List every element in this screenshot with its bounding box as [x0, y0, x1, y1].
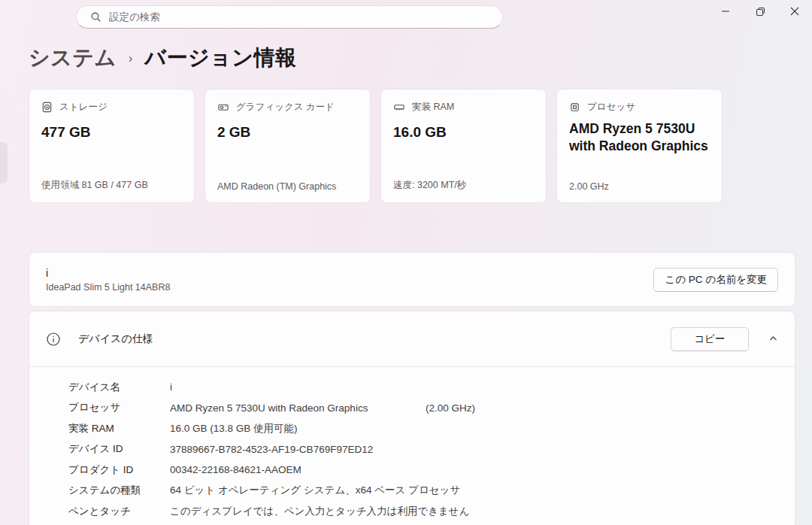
device-name-panel: i IdeaPad Slim 5 Light 14ABR8 この PC の名前を… [29, 252, 795, 307]
storage-icon [41, 102, 53, 113]
spec-label: デバイス ID [68, 442, 170, 456]
spec-value: 64 ビット オペレーティング システム、x64 ベース プロセッサ [170, 484, 460, 497]
device-model: IdeaPad Slim 5 Light 14ABR8 [46, 281, 653, 294]
card-value: 2 GB [217, 123, 358, 142]
device-specs-card: デバイスの仕様 コピー デバイス名 i プロセッサ AMD Ryzen 5 75… [29, 311, 795, 525]
card-footer: 使用領域 81 GB / 477 GB [41, 179, 148, 192]
spec-row-pen-touch: ペンとタッチ このディスプレイでは、ペン入力とタッチ入力は利用できません [29, 501, 795, 522]
spec-label: プロダクト ID [68, 463, 170, 477]
device-specs-header[interactable]: デバイスの仕様 コピー [29, 311, 795, 367]
cpu-icon [569, 102, 580, 113]
spec-value: 00342-22168-84621-AAOEM [170, 464, 301, 475]
spec-row-ram: 実装 RAM 16.0 GB (13.8 GB 使用可能) [29, 418, 795, 439]
spec-value: 16.0 GB (13.8 GB 使用可能) [170, 422, 298, 435]
spec-row-product-id: プロダクト ID 00342-22168-84621-AAOEM [29, 460, 795, 481]
breadcrumb: システム › バージョン情報 [29, 44, 296, 72]
close-button[interactable] [777, 0, 812, 23]
spec-label: ペンとタッチ [68, 505, 170, 518]
search-icon [90, 11, 102, 23]
breadcrumb-system[interactable]: システム [29, 44, 117, 72]
card-ram: 実装 RAM 16.0 GB 速度: 3200 MT/秒 [380, 89, 547, 203]
spec-row-system-type: システムの種類 64 ビット オペレーティング システム、x64 ベース プロセ… [29, 481, 795, 502]
gpu-icon [217, 102, 229, 113]
card-label: 実装 RAM [412, 101, 454, 114]
chevron-right-icon: › [129, 51, 133, 66]
chevron-up-icon[interactable] [765, 331, 781, 347]
card-label: プロセッサ [587, 101, 635, 114]
spec-value: このディスプレイでは、ペン入力とタッチ入力は利用できません [170, 505, 469, 518]
device-name: i [46, 266, 653, 281]
spec-label: デバイス名 [68, 381, 170, 394]
device-specs-table: デバイス名 i プロセッサ AMD Ryzen 5 7530U with Rad… [29, 367, 795, 522]
copy-button[interactable]: コピー [671, 327, 749, 351]
rename-pc-button[interactable]: この PC の名前を変更 [653, 268, 778, 292]
spec-row-device-name: デバイス名 i [29, 377, 795, 398]
titlebar-controls [708, 0, 812, 23]
device-specs-title: デバイスの仕様 [78, 332, 671, 346]
info-icon [46, 332, 61, 347]
spec-label: 実装 RAM [68, 422, 170, 435]
card-footer: AMD Radeon (TM) Graphics [217, 181, 336, 192]
spec-label: システムの種類 [68, 484, 170, 497]
card-value: 477 GB [41, 123, 182, 142]
spec-label: プロセッサ [68, 401, 170, 414]
card-label: グラフィックス カード [236, 101, 335, 114]
search-input[interactable] [109, 11, 493, 23]
card-processor: プロセッサ AMD Ryzen 5 7530U with Radeon Grap… [556, 89, 723, 203]
card-label: ストレージ [59, 101, 108, 114]
page-title: バージョン情報 [144, 44, 296, 72]
minimize-icon [721, 7, 730, 16]
spec-row-device-id: デバイス ID 37889667-B782-4523-AF19-CB769F97… [29, 439, 795, 460]
ram-icon [393, 102, 405, 113]
spec-value-extra: (2.00 GHz) [426, 402, 475, 414]
card-value: 16.0 GB [393, 123, 534, 142]
card-value: AMD Ryzen 5 7530U with Radeon Graphics [569, 120, 710, 155]
card-graphics: グラフィックス カード 2 GB AMD Radeon (TM) Graphic… [205, 89, 371, 203]
card-footer: 2.00 GHz [569, 181, 609, 192]
spec-value: AMD Ryzen 5 7530U with Radeon Graphics [170, 402, 368, 414]
card-storage: ストレージ 477 GB 使用領域 81 GB / 477 GB [29, 89, 195, 203]
spec-value: 37889667-B782-4523-AF19-CB769F97ED12 [170, 444, 373, 455]
spec-value: i [170, 381, 172, 393]
card-footer: 速度: 3200 MT/秒 [393, 179, 466, 192]
settings-search-box[interactable] [76, 5, 503, 29]
minimize-button[interactable] [708, 0, 743, 23]
nav-scrollbar-thumb[interactable] [0, 142, 8, 184]
spec-row-processor: プロセッサ AMD Ryzen 5 7530U with Radeon Grap… [29, 398, 795, 419]
close-icon [790, 7, 799, 16]
restore-button[interactable] [743, 0, 777, 23]
restore-icon [756, 7, 765, 17]
settings-about-page: { "window": { "controls": { "minimize": … [0, 0, 812, 525]
